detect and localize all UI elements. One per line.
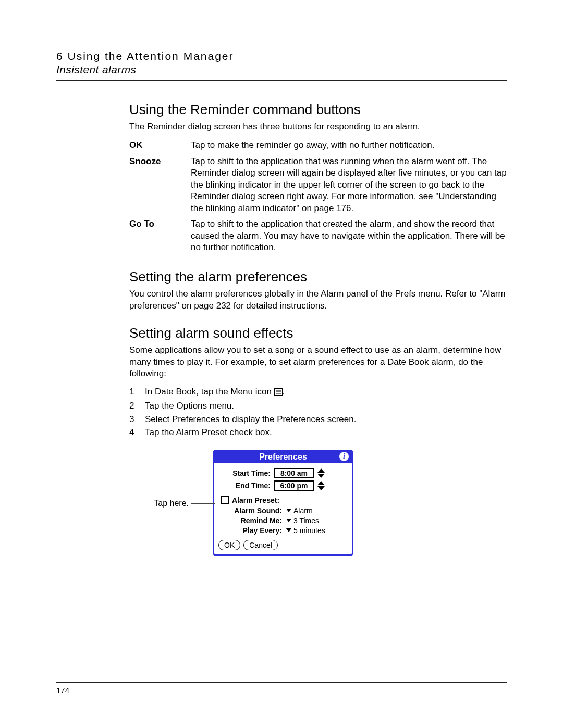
preferences-titlebar: Preferences i (214, 451, 352, 463)
step-num-3: 3 (129, 413, 145, 426)
section-heading: Insistent alarms (56, 64, 507, 76)
term-ok: OK (129, 138, 191, 153)
info-icon[interactable]: i (339, 452, 349, 461)
steps-list: 1 In Date Book, tap the Menu icon . 2 (129, 385, 507, 439)
sec1-title: Using the Reminder command buttons (129, 102, 507, 118)
step-num-4: 4 (129, 426, 145, 439)
sec2-body: You control the alarm preferences global… (129, 288, 507, 312)
step-num-2: 2 (129, 399, 145, 413)
play-every-value[interactable]: 5 minutes (293, 526, 325, 535)
chevron-up-icon[interactable] (317, 468, 325, 473)
preferences-dialog: Preferences i Start Time: 8:00 am End Ti… (213, 450, 353, 556)
dropdown-icon[interactable] (286, 519, 291, 522)
command-buttons-table: OK Tap to make the reminder go away, wit… (129, 138, 507, 255)
chevron-down-icon[interactable] (317, 486, 325, 490)
callout-line (191, 503, 215, 504)
chevron-down-icon[interactable] (317, 474, 325, 478)
footer-rule (56, 682, 507, 683)
alarm-sound-value[interactable]: Alarm (293, 507, 313, 515)
step-1: In Date Book, tap the Menu icon . (145, 385, 285, 400)
chapter-heading: 6 Using the Attention Manager (56, 50, 507, 63)
alarm-sound-label: Alarm Sound: (228, 507, 284, 515)
preferences-title-text: Preferences (259, 452, 307, 461)
remind-me-label: Remind Me: (228, 516, 284, 525)
sec2-title: Setting the alarm preferences (129, 269, 507, 285)
callout-tap-here: Tap here. (154, 499, 189, 508)
step-2: Tap the Options menu. (145, 399, 234, 413)
alarm-preset-checkbox[interactable] (221, 496, 229, 504)
step-4: Tap the Alarm Preset check box. (145, 426, 272, 439)
start-time-value[interactable]: 8:00 am (274, 468, 314, 478)
term-goto: Go To (129, 216, 191, 255)
desc-goto: Tap to shift to the application that cre… (191, 216, 507, 255)
alarm-preset-label: Alarm Preset: (232, 496, 279, 504)
sec3-body: Some applications allow you to set a son… (129, 344, 507, 379)
dropdown-icon[interactable] (286, 528, 291, 532)
start-time-spinner[interactable] (317, 468, 325, 478)
sec1-intro: The Reminder dialog screen has three but… (129, 121, 507, 132)
step-num-1: 1 (129, 385, 145, 400)
end-time-label: End Time: (218, 482, 274, 490)
ok-button[interactable]: OK (218, 540, 240, 550)
menu-icon (274, 386, 283, 400)
start-time-label: Start Time: (218, 469, 274, 477)
cancel-button[interactable]: Cancel (243, 540, 278, 550)
play-every-label: Play Every: (228, 526, 284, 535)
term-snooze: Snooze (129, 154, 191, 216)
desc-ok: Tap to make the reminder go away, with n… (191, 138, 507, 153)
remind-me-value[interactable]: 3 Times (293, 516, 319, 525)
step-3: Select Preferences to display the Prefer… (145, 413, 356, 426)
sec3-title: Setting alarm sound effects (129, 325, 507, 341)
dropdown-icon[interactable] (286, 509, 291, 512)
header-rule (56, 80, 507, 81)
end-time-value[interactable]: 6:00 pm (274, 480, 314, 491)
chevron-up-icon[interactable] (317, 481, 325, 485)
end-time-spinner[interactable] (317, 481, 325, 490)
desc-snooze: Tap to shift to the application that was… (191, 154, 507, 216)
page-number: 174 (56, 686, 507, 695)
